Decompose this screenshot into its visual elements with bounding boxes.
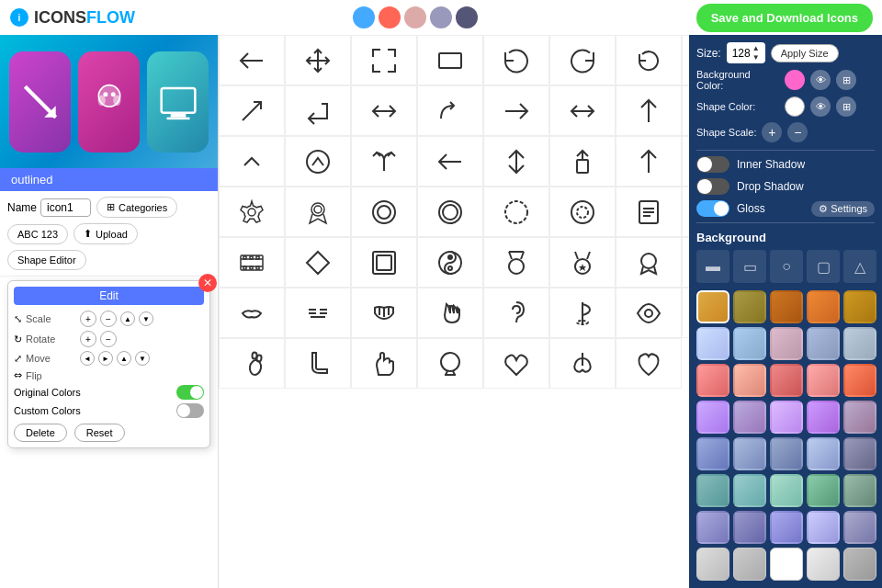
bg-swatch-coral[interactable] (843, 364, 876, 397)
icon-anatomical-heart[interactable] (616, 338, 682, 389)
icon-move-cross[interactable] (285, 35, 351, 85)
icon-arrow-left-2[interactable] (417, 136, 483, 187)
icon-photo-frame[interactable] (351, 237, 417, 288)
swatch-dark[interactable] (456, 6, 478, 28)
scale-up-arrow[interactable]: ▲ (120, 311, 135, 326)
icon-curve-arrow[interactable] (417, 85, 483, 136)
bg-swatch-pink-1[interactable] (770, 327, 803, 360)
bg-swatch-plum[interactable] (843, 401, 876, 434)
bg-swatch-lightblue-1[interactable] (696, 327, 729, 360)
icon-target[interactable] (682, 187, 689, 237)
icon-refresh-cw[interactable] (549, 35, 616, 85)
icon-lips[interactable] (219, 288, 285, 338)
bg-swatch-offwhite[interactable] (807, 548, 840, 581)
bg-swatch-warm[interactable] (843, 290, 876, 323)
drop-shadow-toggle[interactable] (696, 178, 729, 195)
bg-swatch-sage[interactable] (843, 474, 876, 507)
bg-swatch-periwinkle[interactable] (807, 327, 840, 360)
bg-color-eye-btn[interactable]: 👁 (810, 70, 831, 90)
bg-swatch-red-1[interactable] (696, 364, 729, 397)
bg-swatch-teal-1[interactable] (696, 474, 729, 507)
bg-swatch-purple[interactable] (807, 401, 840, 434)
bg-swatch-blue-gray[interactable] (843, 437, 876, 470)
bg-swatch-white[interactable] (770, 548, 803, 581)
bg-swatch-gray-2[interactable] (733, 548, 766, 581)
swatch-pink[interactable] (404, 6, 426, 28)
icon-film-strip[interactable] (219, 237, 285, 288)
icon-hand-wave[interactable] (417, 288, 483, 338)
bg-swatch-cornflower[interactable] (807, 437, 840, 470)
bg-color-circle-pink[interactable] (785, 70, 805, 90)
abc-button[interactable]: ABC 123 (7, 224, 68, 244)
bg-swatch-amber[interactable] (807, 290, 840, 323)
icon-hand-open[interactable] (351, 338, 417, 389)
bg-swatch-gold[interactable] (696, 290, 729, 323)
icon-head[interactable] (417, 338, 483, 389)
delete-button[interactable]: Delete (14, 424, 67, 442)
shape-scale-plus[interactable]: + (762, 122, 782, 142)
move-down-btn[interactable]: ▼ (135, 351, 150, 366)
icon-badge[interactable] (285, 187, 351, 237)
icon-eye-2[interactable] (682, 288, 689, 338)
bg-swatch-navy-1[interactable] (696, 437, 729, 470)
bg-swatch-gray-1[interactable] (696, 548, 729, 581)
settings-button[interactable]: ⚙ Settings (811, 201, 875, 217)
bg-color-copy-btn[interactable]: ⊞ (836, 70, 856, 90)
shape-editor-button[interactable]: Shape Editor (7, 250, 86, 270)
reset-button[interactable]: Reset (74, 424, 125, 442)
bg-swatch-lightblue-2[interactable] (733, 327, 766, 360)
bg-swatch-salmon[interactable] (733, 364, 766, 397)
original-colors-toggle[interactable] (176, 385, 204, 400)
icon-document[interactable] (616, 187, 682, 237)
bg-swatch-teal-2[interactable] (733, 474, 766, 507)
preview-icon-2[interactable] (78, 51, 140, 153)
icon-circle-dashed[interactable] (483, 187, 549, 237)
bg-shape-square-outline[interactable]: ▭ (733, 250, 766, 283)
icon-star-badge[interactable] (549, 237, 616, 288)
icon-arrow-diagonal[interactable] (219, 85, 285, 136)
bg-swatch-violet[interactable] (843, 511, 876, 544)
icon-starburst[interactable] (682, 136, 689, 187)
categories-button[interactable]: ⊞ Categories (96, 197, 177, 218)
shape-color-eye-btn[interactable]: 👁 (810, 96, 831, 117)
icon-swap-horiz[interactable] (351, 85, 417, 136)
swatch-red[interactable] (379, 6, 401, 28)
bg-swatch-lavender-1[interactable] (696, 401, 729, 434)
apply-size-button[interactable]: Apply Size (771, 44, 839, 62)
preview-icon-3[interactable] (147, 51, 209, 153)
icon-bone[interactable] (682, 237, 689, 288)
icon-circle-up[interactable] (285, 136, 351, 187)
bg-swatch-mauve[interactable] (733, 401, 766, 434)
icon-fork-arrow[interactable] (351, 136, 417, 187)
bg-swatch-green[interactable] (807, 474, 840, 507)
swatch-gray[interactable] (430, 6, 452, 28)
scale-minus-btn[interactable]: − (100, 311, 117, 327)
icon-arrow-left[interactable] (219, 35, 285, 85)
bg-swatch-silver[interactable] (843, 548, 876, 581)
bg-shape-circle-outline[interactable]: ○ (770, 250, 803, 283)
scale-plus-btn[interactable]: + (80, 311, 96, 327)
icon-ring-2[interactable] (417, 187, 483, 237)
custom-colors-toggle[interactable] (176, 403, 204, 418)
bg-swatch-indigo-3[interactable] (770, 511, 803, 544)
icon-rect-up-arrow[interactable] (549, 136, 616, 187)
name-input[interactable] (40, 198, 91, 217)
bg-swatch-periwinkle-2[interactable] (807, 511, 840, 544)
icon-expand[interactable] (351, 35, 417, 85)
bg-shape-round-rect[interactable]: ▢ (807, 250, 840, 283)
icon-refresh-ccw[interactable] (483, 35, 549, 85)
bg-swatch-indigo-1[interactable] (696, 511, 729, 544)
move-up-btn[interactable]: ▲ (117, 351, 131, 366)
size-down-btn[interactable]: ▼ (752, 53, 760, 62)
shape-color-circle-white[interactable] (785, 96, 805, 117)
bg-swatch-steel[interactable] (770, 437, 803, 470)
icon-ear[interactable] (483, 288, 549, 338)
inner-shadow-toggle[interactable] (696, 156, 729, 173)
rotate-minus-btn[interactable]: − (100, 331, 117, 347)
icon-ring[interactable] (351, 187, 417, 237)
icon-arrow-right-2[interactable] (483, 85, 549, 136)
icon-ring-dots[interactable] (549, 187, 616, 237)
icon-boot[interactable] (285, 338, 351, 389)
bg-swatch-olive[interactable] (733, 290, 766, 323)
icon-golf[interactable] (549, 288, 616, 338)
